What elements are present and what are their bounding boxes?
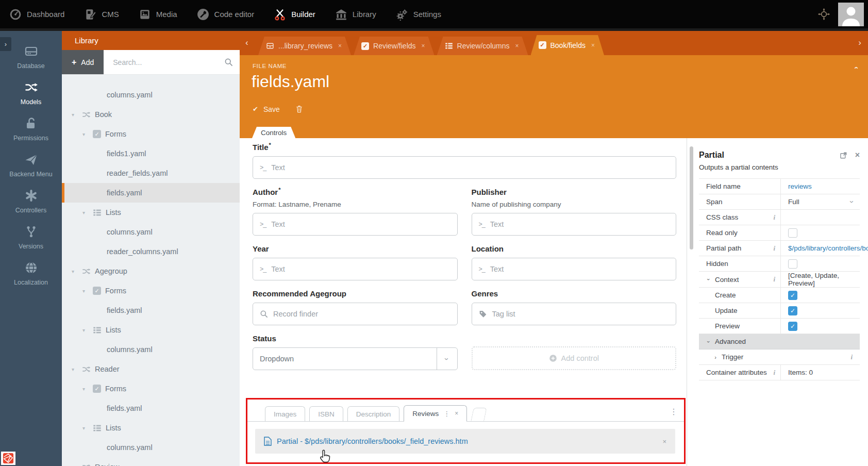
tree-item-fields-yaml[interactable]: fields.yaml (62, 183, 240, 203)
inspector-row-value-cell[interactable]: Items: 0 (781, 365, 860, 380)
caret-down-icon[interactable]: ▾ (82, 210, 89, 215)
avatar[interactable] (838, 3, 864, 26)
caret-down-icon[interactable]: ▾ (82, 386, 89, 392)
editor-tab-review-fields[interactable]: ✓Review/fields× (354, 37, 435, 55)
taglist-control[interactable]: Tag list (472, 303, 677, 325)
nav-item-cms[interactable]: CMS (84, 8, 119, 21)
close-tab-icon[interactable]: × (338, 42, 342, 49)
detach-inspector-icon[interactable] (840, 152, 847, 159)
inspector-row-value-cell[interactable]: Full› (781, 194, 860, 209)
text-control[interactable]: >_Text (253, 213, 458, 236)
inspector-row-value-cell[interactable] (781, 256, 860, 271)
inspector-row-value-cell[interactable]: $/pds/library/controllers/bo (781, 241, 868, 256)
close-tab-icon[interactable]: × (422, 42, 425, 49)
tree-item-lists[interactable]: ▾Lists (62, 320, 240, 340)
close-tab-icon[interactable]: × (515, 42, 519, 49)
checkbox-checked[interactable]: ✓ (788, 306, 797, 315)
repeater-menu-icon[interactable]: ⋮ (670, 407, 678, 417)
nav-item-media[interactable]: Media (139, 8, 177, 21)
add-button[interactable]: + Add (62, 50, 104, 74)
add-control-button[interactable]: Add control (472, 346, 677, 370)
sidebar-item-backend-menu[interactable]: Backend Menu (0, 153, 62, 178)
inspector-row-value-cell[interactable]: ✓ (781, 303, 860, 318)
save-button[interactable]: Save (263, 105, 280, 113)
tree-item-forms[interactable]: ▾✓Forms (62, 379, 240, 398)
inspector-row-value-cell[interactable]: ✓ (781, 288, 860, 303)
tab-menu-icon[interactable]: ⋮ (443, 410, 450, 418)
inspector-row-value-cell[interactable] (781, 210, 860, 225)
tabs-scroll-right-icon[interactable]: › (858, 38, 861, 48)
close-tab-icon[interactable]: × (455, 410, 458, 417)
sidebar-item-permissions[interactable]: Permissions (0, 116, 62, 142)
remove-control-icon[interactable]: × (662, 438, 666, 445)
nav-item-code-editor[interactable]: Code editor (197, 8, 255, 21)
caret-down-icon[interactable]: ▾ (82, 425, 89, 431)
tree-item-book[interactable]: ▾Book (62, 105, 240, 124)
editor-tab-review-columns[interactable]: Review/columns× (437, 37, 528, 55)
dropdown-button[interactable]: › (437, 348, 457, 370)
text-control[interactable]: >_Text (472, 258, 677, 280)
caret-down-icon[interactable]: ▾ (82, 327, 89, 333)
nav-item-settings[interactable]: Settings (396, 8, 441, 21)
checkbox-unchecked[interactable] (788, 228, 797, 238)
tree-item-reader[interactable]: ▾Reader (62, 359, 240, 379)
tree-item-columns-yaml[interactable]: columns.yaml (62, 340, 240, 359)
checkbox-checked[interactable]: ✓ (788, 291, 797, 300)
scrollbar-thumb[interactable] (690, 146, 693, 249)
text-control[interactable]: >_Text (253, 156, 676, 179)
tree-item-fields-yaml[interactable]: fields.yaml (62, 301, 240, 320)
inspector-row-value-cell[interactable]: reviews (781, 179, 860, 194)
nav-item-dashboard[interactable]: Dashboard (9, 8, 64, 21)
caret-down-icon[interactable]: ▾ (72, 269, 78, 274)
tree-item-review[interactable]: ▾Review (62, 457, 240, 466)
tree-item-reader-columns-yaml[interactable]: reader_columns.yaml (62, 242, 240, 261)
editor-tab-book-fields[interactable]: ✓Book/fields× (531, 35, 605, 55)
sidebar-item-versions[interactable]: Versions (0, 225, 62, 250)
tree-item-lists[interactable]: ▾Lists (62, 203, 240, 222)
sidebar-item-localization[interactable]: Localization (0, 261, 62, 286)
chevron-down-icon[interactable]: › (848, 201, 857, 203)
caret-down-icon[interactable]: ▾ (72, 464, 78, 466)
inspector-row-value-cell[interactable]: [Create, Update, Preview] (781, 272, 860, 287)
sidebar-item-models[interactable]: Models (0, 80, 62, 106)
secondary-tab-images[interactable]: Images (265, 406, 305, 421)
tree-item-forms[interactable]: ▾✓Forms (62, 281, 240, 301)
sidebar-item-controllers[interactable]: Controllers (0, 189, 62, 214)
secondary-tab-reviews[interactable]: Reviews⋮× (404, 405, 467, 422)
recordfinder-control[interactable]: Record finder (253, 303, 458, 325)
editor-tab-library-reviews[interactable]: ...library_reviews× (258, 37, 351, 55)
dropdown-control[interactable]: Dropdown› (253, 347, 458, 370)
collapse-header-icon[interactable]: › (851, 66, 860, 69)
tree-item-reader-fields-yaml[interactable]: reader_fields.yaml (62, 163, 240, 183)
new-tab-placeholder[interactable] (471, 408, 488, 421)
tree-item-columns-yaml[interactable]: columns.yaml (62, 438, 240, 457)
inspector-row-value-cell[interactable]: ✓ (781, 319, 860, 334)
text-control[interactable]: >_Text (253, 258, 458, 280)
file-name[interactable]: fields.yaml (252, 72, 329, 91)
search-input[interactable] (112, 58, 220, 67)
tree-item-agegroup[interactable]: ▾Agegroup (62, 261, 240, 281)
delete-icon[interactable] (295, 105, 303, 113)
caret-down-icon[interactable]: ▾ (72, 367, 78, 372)
tree-item-fields-yaml[interactable]: fields.yaml (62, 398, 240, 418)
close-tab-icon[interactable]: × (591, 42, 595, 49)
chevron-down-icon[interactable]: › (706, 277, 712, 282)
checkbox-unchecked[interactable] (788, 259, 797, 269)
tree-item-columns-yaml[interactable]: columns.yaml (62, 85, 240, 105)
secondary-tab-isbn[interactable]: ISBN (309, 406, 343, 421)
crosshair-icon[interactable] (818, 8, 830, 20)
checkbox-checked[interactable]: ✓ (788, 322, 797, 331)
close-inspector-icon[interactable]: × (855, 151, 860, 160)
text-control[interactable]: >_Text (472, 213, 677, 236)
tree-item-forms[interactable]: ▾✓Forms (62, 124, 240, 144)
caret-down-icon[interactable]: ▾ (82, 131, 89, 137)
inspector-row-value-cell[interactable] (781, 225, 860, 240)
tree-item-fields1-yaml[interactable]: fields1.yaml (62, 144, 240, 163)
tab-controls[interactable]: Controls (252, 127, 295, 138)
sidebar-expand-button[interactable]: › (0, 37, 11, 51)
caret-down-icon[interactable]: ▾ (82, 288, 89, 294)
nav-item-builder[interactable]: Builder (274, 8, 315, 21)
nav-item-library[interactable]: Library (335, 8, 376, 21)
tree-item-lists[interactable]: ▾Lists (62, 418, 240, 438)
inspector-row-trigger[interactable]: ›Triggeri (699, 350, 860, 365)
